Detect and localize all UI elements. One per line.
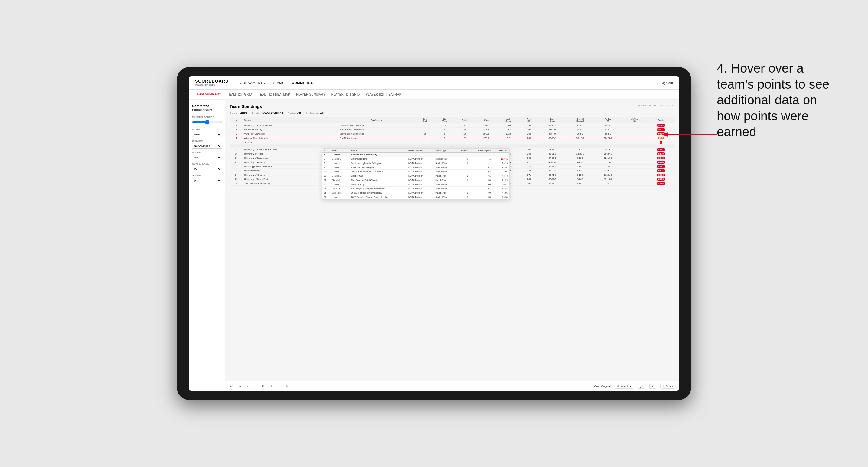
col-low-score: LowScore — [538, 117, 566, 123]
popup-col-num: # — [322, 149, 330, 153]
logo-sub: Powered by clipp'd — [195, 84, 229, 87]
tab-team-h2h-heatmap[interactable]: TEAM H2H HEATMAP — [258, 91, 290, 98]
redo-icon[interactable]: ↪ — [238, 384, 242, 389]
bottom-toolbar: ↩ ↪ ↻ ⊞ ✎ ⊙ View: Original 👁 Watch ▾ — [225, 381, 679, 391]
tab-team-summary[interactable]: TEAM SUMMARY — [195, 91, 221, 98]
toolbar-right: View: Original 👁 Watch ▾ 💬 ⤢ ⇧ Share — [594, 384, 675, 389]
popup-col-rank-impact: Rank Impact — [470, 149, 492, 153]
nav-tournaments[interactable]: TOURNAMENTS — [238, 80, 265, 86]
popup-table-row: 6 Univers... Arizona State University — [322, 153, 509, 157]
watch-icon: 👁 — [617, 385, 620, 388]
update-time: Update time: 13/03/2024 10:03:42 — [638, 104, 675, 107]
col-vs-top25: Vs Top25 — [594, 117, 622, 123]
feedback-button[interactable]: 💬 — [638, 384, 645, 389]
popup-col-team: Team — [330, 149, 350, 153]
watch-dropdown-icon: ▾ — [630, 385, 631, 388]
share-icon: ⇧ — [662, 385, 665, 388]
filter-division-display: Division: NCAA Division I — [252, 111, 283, 114]
popup-col-rounds: Rounds — [455, 149, 470, 153]
expand-button[interactable]: ⤢ — [649, 384, 656, 389]
table-row[interactable]: 1 University of North Carolina Atlantic … — [229, 123, 675, 128]
popup-table-row: 10 Univers... National Invitational Tour… — [322, 170, 509, 174]
standings-title: Team Standings — [229, 104, 262, 109]
popup-table-row: 9 Univers... Amer Ari Intercollegiate NC… — [322, 165, 509, 170]
popup-col-event: Event — [350, 149, 407, 153]
table-row[interactable]: 5 Texas T... — [229, 141, 675, 145]
nav-left: SCOREBOARD Powered by clipp'd TOURNAMENT… — [195, 79, 313, 86]
col-adj-score: Adj.Score — [497, 117, 520, 123]
table-row[interactable]: 2 Auburn University Southeastern Confere… — [229, 128, 675, 132]
region-select[interactable]: N/A — [192, 155, 222, 160]
table-area: Team Standings Update time: 13/03/2024 1… — [225, 100, 679, 391]
popup-table: # Team Event Event Division Event Type R… — [322, 149, 509, 199]
tab-player-summary[interactable]: PLAYER SUMMARY — [296, 91, 326, 98]
nav-teams[interactable]: TEAMS — [272, 80, 284, 86]
popup-table-row: 11 Univers... Copper Cup NCAA Division I… — [322, 174, 509, 178]
table-row[interactable]: 3 Vanderbilt University Southeastern Con… — [229, 132, 675, 136]
popup-table-row: 16 Univers... 2023 Sahalee Players Champ… — [322, 195, 509, 199]
popup-table-row: 15 East Tec... OFCC Fighting Illini Invi… — [322, 191, 509, 195]
col-rank: # — [229, 117, 243, 123]
sign-out-area: | Sign out — [657, 81, 673, 85]
tab-player-h2h-grid[interactable]: PLAYER H2H GRID — [332, 91, 360, 98]
view-label: View: Original — [594, 385, 610, 388]
gender-select[interactable]: Men's — [192, 131, 222, 137]
sub-nav: TEAM SUMMARY TEAM H2H GRID TEAM H2H HEAT… — [189, 90, 679, 100]
col-wins: Wins — [475, 117, 497, 123]
popup-table-row: 13 Univers... Williams Cup NCAA Division… — [322, 182, 509, 187]
filter-region-label: Region — [192, 151, 222, 154]
sidebar-title: Committee — [192, 104, 222, 108]
popup-table-row: 8 Univers... Southern Highlands Collegia… — [322, 161, 509, 165]
refresh-icon[interactable]: ↻ — [246, 384, 251, 389]
table-gap-row: ... — [229, 145, 675, 148]
popup-overlay: # Team Event Event Division Event Type R… — [322, 148, 509, 199]
tablet-screen: SCOREBOARD Powered by clipp'd TOURNAMENT… — [189, 76, 679, 391]
filter-school-label: School — [192, 174, 222, 177]
nav-links: TOURNAMENTS TEAMS COMMITTEE — [238, 80, 313, 86]
col-overall: OverallRecord — [566, 117, 594, 123]
table-row[interactable]: 4 Arizona State University Pac-12 Confer… — [229, 136, 675, 141]
filter-min-rounds-label: Minimum Rounds — [192, 116, 222, 119]
tab-player-h2h-heatmap[interactable]: PLAYER H2H HEATMAP — [366, 91, 401, 98]
sidebar: Committee Portal Review Minimum Rounds G… — [189, 100, 225, 391]
filter-bar: Gender: Men's Division: NCAA Division I … — [229, 111, 675, 114]
share-button[interactable]: ⇧ Share — [660, 384, 675, 389]
filter-conference-label: Conference — [192, 162, 222, 165]
popup-col-event-div: Event Division — [407, 149, 434, 153]
watch-button[interactable]: 👁 Watch ▾ — [615, 384, 633, 389]
conference-select[interactable]: (All) — [192, 166, 222, 172]
nav-committee[interactable]: COMMITTEE — [292, 80, 313, 86]
col-bnds: Bnds — [454, 117, 475, 123]
popup-table-row: 12 Florida I... The Cypress Point Classi… — [322, 178, 509, 182]
col-school: School — [243, 117, 338, 123]
tab-team-h2h-grid[interactable]: TEAM H2H GRID — [227, 91, 252, 98]
filter-division-label: Division — [192, 139, 222, 142]
standings-header: Team Standings Update time: 13/03/2024 1… — [229, 104, 675, 109]
edit-icon[interactable]: ✎ — [269, 384, 274, 389]
filter-region-display: Region: All — [288, 111, 301, 114]
annotation-text: 4. Hover over a team's points to see add… — [717, 61, 832, 140]
school-select[interactable]: (All) — [192, 178, 222, 183]
popup-col-event-type: Event Type — [434, 149, 455, 153]
col-vs-top50: Vs Top50 — [622, 117, 647, 123]
logo-title: SCOREBOARD — [195, 79, 229, 84]
col-conf-rank: ConfRank — [415, 117, 435, 123]
copy-icon[interactable]: ⊞ — [261, 384, 266, 389]
top-nav: SCOREBOARD Powered by clipp'd TOURNAMENT… — [189, 76, 679, 90]
logo-area: SCOREBOARD Powered by clipp'd — [195, 79, 229, 86]
filter-gender-display: Gender: Men's — [229, 111, 247, 114]
col-no-tour: NoTour — [435, 117, 454, 123]
popup-col-w-points: W Points — [492, 149, 509, 153]
sign-out-link[interactable]: Sign out — [661, 81, 673, 85]
info-icon[interactable]: ⊙ — [284, 384, 289, 389]
undo-icon[interactable]: ↩ — [229, 384, 234, 389]
col-avg-sg: Avg.SG — [520, 117, 538, 123]
main-content: Committee Portal Review Minimum Rounds G… — [189, 100, 679, 391]
col-conference: Conference — [338, 117, 415, 123]
min-rounds-slider[interactable] — [192, 120, 222, 125]
sidebar-subtitle: Portal Review — [192, 108, 222, 112]
filter-gender-label: Gender — [192, 128, 222, 131]
tablet-device: SCOREBOARD Powered by clipp'd TOURNAMENT… — [177, 67, 691, 400]
annotation-arrow — [659, 127, 720, 142]
division-select[interactable]: NCAA Division I — [192, 143, 222, 149]
